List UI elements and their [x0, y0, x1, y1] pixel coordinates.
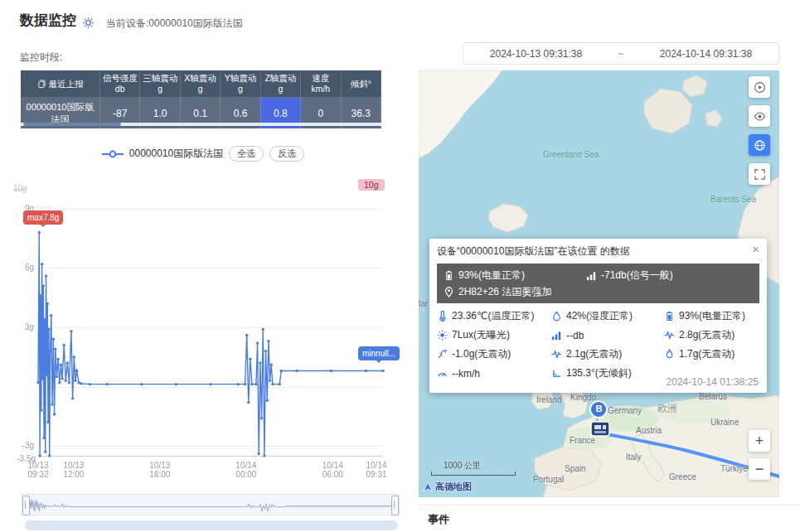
- horizontal-scrollbar[interactable]: [25, 520, 398, 530]
- map-label: Kingdo...: [570, 393, 603, 402]
- device-info-popup: 设备“00000010国际版法国”在该位置 的数据 × 93%(电量正常)-71…: [429, 239, 767, 393]
- invert-select-button[interactable]: 反选: [269, 146, 304, 162]
- popup-title: 设备“00000010国际版法国”在该位置 的数据: [437, 244, 759, 259]
- table-header-cell: 三轴震动 g: [140, 70, 180, 98]
- speed-icon: [437, 368, 448, 379]
- map-label: Austria: [636, 426, 662, 435]
- light-icon: [437, 330, 448, 341]
- location-icon: [444, 287, 454, 297]
- zoom-in-button[interactable]: +: [749, 430, 770, 452]
- date-start[interactable]: 2024-10-13 09:31:38: [463, 48, 608, 60]
- map-label: France: [570, 436, 595, 445]
- fullscreen-button[interactable]: [749, 163, 770, 185]
- zoom-out-button[interactable]: −: [749, 458, 770, 480]
- sea-label: Greenland Sea: [543, 150, 599, 159]
- map-label: Italy: [626, 452, 641, 462]
- line-chart[interactable]: 10g 10g max7.8g minnull...: [10, 177, 393, 486]
- sea-label: Barents Sea: [710, 195, 756, 204]
- sensor-reading: -1.0g(无震动): [437, 347, 551, 361]
- map-scale-label: 1000 公里: [444, 460, 481, 472]
- y-max-struck-label: 10g: [13, 184, 27, 193]
- map-label: Greece: [669, 472, 696, 481]
- popup-summary-item: 93%(电量正常): [444, 268, 583, 283]
- report-table-head: 最近上报信号强度 db三轴震动 gX轴震动 gY轴震动 gZ轴震动 g速度 km…: [21, 70, 381, 98]
- table-scrollbar[interactable]: [20, 123, 381, 126]
- vibration-icon: [664, 330, 675, 341]
- sensor-reading: 23.36℃(温度正常): [437, 309, 551, 323]
- sensor-reading: 42%(湿度正常): [551, 309, 664, 323]
- y-max-badge[interactable]: 10g: [358, 179, 385, 191]
- min-value-pin: minnull...: [358, 346, 400, 360]
- table-header-cell: 信号强度 db: [100, 70, 140, 98]
- vibration-icon: [551, 349, 562, 360]
- report-table: 最近上报信号强度 db三轴震动 gX轴震动 gY轴震动 gZ轴震动 g速度 km…: [20, 70, 381, 129]
- flash-icon: [664, 349, 675, 360]
- shake-icon: [437, 349, 448, 360]
- popup-summary-item: 2H82+26 法国薁蔃加: [444, 285, 583, 299]
- datazoom-handle-left[interactable]: [22, 496, 30, 515]
- map-provider-logo: 高德地图: [422, 481, 472, 493]
- popup-summary-item: -71db(信号一般): [586, 268, 673, 283]
- map-label: Ukraine: [710, 418, 739, 427]
- sensor-reading: --km/h: [437, 366, 551, 380]
- events-section: 事件: [419, 505, 800, 532]
- popup-sensor-grid: 23.36℃(温度正常)42%(湿度正常)93%(电量正常)7Lux(无曝光)-…: [437, 309, 759, 380]
- table-header-cell: 最近上报: [21, 70, 100, 98]
- legend-series-label[interactable]: 00000010国际版法国: [129, 147, 223, 161]
- map-label: 欧洲: [657, 402, 677, 416]
- map-label: Ireland: [536, 395, 562, 404]
- sensor-reading: --db: [551, 328, 664, 342]
- table-scrollbar-thumb[interactable]: [23, 123, 121, 126]
- popup-timestamp: 2024-10-14 01:38:25: [667, 376, 759, 388]
- datazoom-slider[interactable]: [22, 494, 400, 515]
- land-greenland: [419, 70, 502, 158]
- start-marker-label[interactable]: B: [594, 404, 604, 414]
- play-track-button[interactable]: [749, 76, 770, 98]
- visibility-button[interactable]: [749, 105, 770, 127]
- map-scale-bar: [431, 472, 516, 476]
- datazoom-handle-right[interactable]: [391, 496, 399, 515]
- report-icon: [37, 80, 46, 89]
- map[interactable]: Greenland SeaBarents SeaIrelandKingdo...…: [419, 70, 779, 497]
- map-label: lar: [419, 299, 428, 308]
- land-iceland: [488, 204, 528, 232]
- datazoom-mini-chart: [22, 495, 399, 515]
- date-end[interactable]: 2024-10-14 09:31:38: [633, 48, 778, 60]
- battery-icon: [444, 270, 454, 281]
- map-label: Belarus: [699, 392, 727, 401]
- sensor-reading: 1.7g(无震动): [664, 347, 759, 361]
- settings-icon[interactable]: [82, 17, 95, 29]
- table-header-cell: 速度 km/h: [301, 70, 341, 98]
- date-separator: ~: [608, 48, 633, 60]
- map-label: Spain: [565, 464, 586, 473]
- map-provider-label: 高德地图: [435, 481, 472, 493]
- table-header-cell: Y轴震动 g: [221, 70, 260, 98]
- max-value-pin: max7.8g: [23, 210, 63, 225]
- sensor-reading: 2.8g(无震动): [664, 328, 759, 342]
- period-label: 监控时段:: [20, 51, 62, 65]
- table-header-cell: Z轴震动 g: [260, 70, 300, 98]
- current-device-label: 当前设备:00000010国际版法国: [106, 17, 243, 31]
- series-marker-icon[interactable]: [102, 150, 124, 158]
- signal-icon: [586, 270, 597, 281]
- map-label: Germany: [608, 406, 642, 415]
- chart-canvas[interactable]: [10, 177, 393, 486]
- device-marker: [591, 422, 609, 436]
- table-header-cell: X轴震动 g: [180, 70, 220, 98]
- sensor-reading: 135.3°(无倾斜): [551, 366, 664, 380]
- signal-icon: [551, 330, 562, 341]
- land-svalbard: [644, 89, 692, 133]
- page-title: 数据监控: [20, 11, 76, 30]
- popup-close-icon[interactable]: ×: [752, 242, 759, 256]
- select-all-button[interactable]: 全选: [229, 146, 264, 162]
- table-header-cell: 倾斜°: [341, 70, 381, 98]
- angle-icon: [551, 368, 562, 379]
- globe-layer-button[interactable]: [749, 134, 770, 156]
- popup-summary: 93%(电量正常)-71db(信号一般)2H82+26 法国薁蔃加: [437, 264, 759, 303]
- map-label: Portugal: [533, 475, 564, 484]
- amap-logo-icon: [422, 481, 434, 493]
- battery-icon: [664, 311, 675, 322]
- date-range-picker[interactable]: 2024-10-13 09:31:38 ~ 2024-10-14 09:31:3…: [463, 42, 779, 65]
- sensor-reading: 2.1g(无震动): [551, 347, 664, 361]
- chart-legend: 00000010国际版法国 全选 反选: [50, 146, 356, 162]
